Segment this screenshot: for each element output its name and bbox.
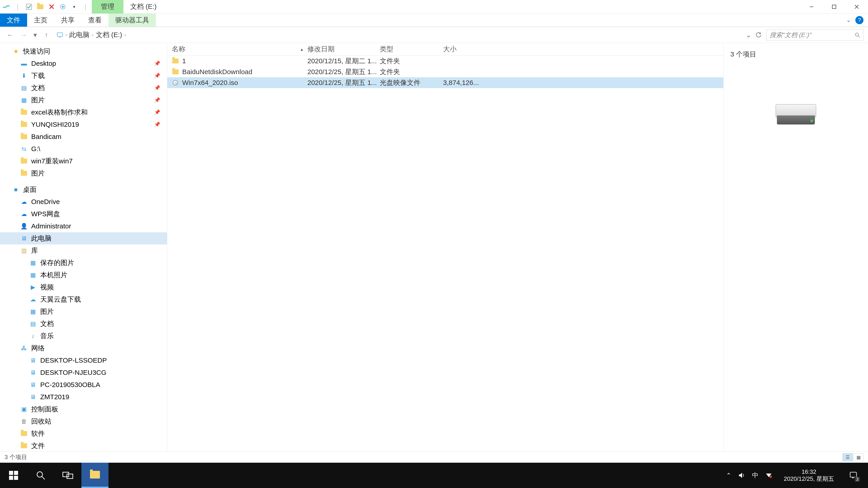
sidebar-pinned-item[interactable]: YUNQISHI2019📌 bbox=[0, 119, 167, 131]
qat-dropdown-icon[interactable]: ▾ bbox=[70, 2, 79, 11]
qat-delete-icon[interactable]: ✕ bbox=[47, 2, 56, 11]
task-view-button[interactable] bbox=[54, 463, 81, 488]
folder-icon bbox=[172, 68, 179, 75]
sidebar-label: win7重装win7 bbox=[31, 157, 72, 166]
taskbar-explorer-button[interactable] bbox=[81, 463, 108, 488]
file-row-folder[interactable]: 1 2020/12/15, 星期二 1... 文件夹 bbox=[167, 56, 723, 66]
sidebar-item[interactable]: ▤文档 bbox=[0, 318, 167, 330]
breadcrumb-this-pc[interactable]: 此电脑 bbox=[69, 30, 90, 39]
sidebar-item-this-pc[interactable]: 🖥此电脑 bbox=[0, 232, 167, 245]
sidebar-pinned-item[interactable]: ⬇下载📌 bbox=[0, 70, 167, 82]
sidebar-desktop-group[interactable]: ■桌面 bbox=[0, 184, 167, 196]
sidebar-item[interactable]: 🖥PC-20190530OBLA bbox=[0, 379, 167, 391]
column-size[interactable]: 大小 bbox=[443, 44, 479, 54]
tray-overflow-icon[interactable]: ⌃ bbox=[726, 472, 731, 479]
sidebar-pinned-item[interactable]: ▤文档📌 bbox=[0, 82, 167, 94]
sidebar-pinned-item[interactable]: ⇆G:\ bbox=[0, 143, 167, 155]
file-type: 文件夹 bbox=[380, 57, 443, 66]
file-date: 2020/12/15, 星期二 1... bbox=[307, 57, 380, 66]
sidebar-pinned-item[interactable]: win7重装win7 bbox=[0, 155, 167, 167]
sidebar-item[interactable]: ▦图片 bbox=[0, 305, 167, 318]
sidebar-item[interactable]: 🖥DESKTOP-NJEU3CG bbox=[0, 366, 167, 379]
search-button[interactable] bbox=[27, 463, 54, 488]
search-icon[interactable] bbox=[855, 32, 860, 38]
sidebar-item[interactable]: ☁OneDrive bbox=[0, 196, 167, 208]
sidebar-pinned-item[interactable]: Bandicam bbox=[0, 131, 167, 143]
tab-file[interactable]: 文件 bbox=[0, 13, 27, 27]
ribbon-collapse-icon[interactable]: ⌄ bbox=[846, 17, 851, 23]
column-headers: 名称▴ 修改日期 类型 大小 bbox=[167, 43, 723, 56]
navigation-pane[interactable]: ★ 快速访问 ▬Desktop📌 ⬇下载📌 ▤文档📌 ▦图片📌 excel表格制… bbox=[0, 43, 167, 451]
file-row-folder[interactable]: BaiduNetdiskDownload 2020/12/25, 星期五 1..… bbox=[167, 66, 723, 77]
action-center-button[interactable]: 3 bbox=[845, 467, 861, 483]
sidebar-item[interactable]: 软件 bbox=[0, 427, 167, 440]
sidebar-item[interactable]: ▶视频 bbox=[0, 281, 167, 293]
search-box[interactable] bbox=[766, 29, 864, 41]
tab-home[interactable]: 主页 bbox=[27, 13, 54, 27]
sidebar-item[interactable]: ▦保存的图片 bbox=[0, 257, 167, 269]
pin-icon: 📌 bbox=[154, 109, 160, 115]
onedrive-icon: ☁ bbox=[20, 198, 28, 205]
qat-folder-icon[interactable] bbox=[36, 2, 45, 11]
sidebar-item[interactable]: 🖥ZMT2019 bbox=[0, 391, 167, 403]
tab-share[interactable]: 共享 bbox=[54, 13, 81, 27]
icons-view-button[interactable]: ▦ bbox=[854, 453, 864, 461]
sidebar-item[interactable]: 🖧网络 bbox=[0, 342, 167, 354]
address-bar[interactable]: › 此电脑 › 文档 (E:) › bbox=[54, 29, 741, 41]
sidebar-item[interactable]: 文件 bbox=[0, 440, 167, 451]
breadcrumb-sep-icon[interactable]: › bbox=[92, 32, 93, 38]
sidebar-pinned-item[interactable]: excel表格制作求和📌 bbox=[0, 106, 167, 119]
search-input[interactable] bbox=[770, 31, 855, 39]
address-dropdown-icon[interactable]: ⌄ bbox=[746, 31, 751, 39]
details-view-button[interactable]: ☰ bbox=[843, 453, 852, 461]
sidebar-label: 软件 bbox=[31, 429, 45, 438]
title-bar: | ✕ ▾ | 管理 文档 (E:) bbox=[0, 0, 868, 13]
sidebar-label: 音乐 bbox=[40, 331, 54, 341]
folder-icon bbox=[20, 121, 28, 128]
sidebar-quick-access[interactable]: ★ 快速访问 bbox=[0, 45, 167, 57]
start-button[interactable] bbox=[0, 463, 27, 488]
sidebar-item[interactable]: 👤Administrator bbox=[0, 220, 167, 232]
tab-drive-tools[interactable]: 驱动器工具 bbox=[108, 13, 156, 27]
breadcrumb-sep-icon[interactable]: › bbox=[124, 32, 126, 38]
nav-history-dropdown[interactable]: ▾ bbox=[32, 31, 38, 39]
sidebar-item[interactable]: ▣控制面板 bbox=[0, 403, 167, 415]
close-button[interactable] bbox=[845, 0, 868, 13]
downloads-icon: ⬇ bbox=[20, 72, 28, 79]
sidebar-pinned-item[interactable]: 图片 bbox=[0, 167, 167, 180]
sidebar-pinned-item[interactable]: ▦图片📌 bbox=[0, 94, 167, 106]
file-row-iso[interactable]: Win7x64_2020.iso 2020/12/25, 星期五 1... 光盘… bbox=[167, 77, 723, 88]
column-type[interactable]: 类型 bbox=[380, 44, 443, 54]
nav-back-button[interactable]: ← bbox=[4, 29, 16, 41]
tab-view[interactable]: 查看 bbox=[81, 13, 108, 27]
column-date[interactable]: 修改日期 bbox=[307, 44, 380, 54]
sidebar-item[interactable]: ▥库 bbox=[0, 245, 167, 257]
sidebar-item[interactable]: ♪音乐 bbox=[0, 330, 167, 342]
sidebar-label: 下载 bbox=[31, 71, 45, 80]
sidebar-item[interactable]: 🖥DESKTOP-LSSOEDP bbox=[0, 354, 167, 366]
sidebar-label: 文件 bbox=[31, 441, 45, 451]
volume-icon[interactable] bbox=[738, 472, 745, 479]
sidebar-item[interactable]: ☁天翼云盘下载 bbox=[0, 293, 167, 305]
ime-indicator[interactable]: 中 bbox=[752, 471, 758, 480]
file-name: 1 bbox=[182, 57, 186, 65]
breadcrumb-drive[interactable]: 文档 (E:) bbox=[96, 30, 122, 39]
qat-checkbox-icon[interactable] bbox=[24, 2, 33, 11]
refresh-icon[interactable] bbox=[756, 32, 762, 38]
nav-up-button[interactable]: ↑ bbox=[41, 29, 52, 41]
sidebar-item[interactable]: ☁WPS网盘 bbox=[0, 208, 167, 220]
help-icon[interactable]: ? bbox=[855, 16, 864, 24]
sidebar-item[interactable]: 🗑回收站 bbox=[0, 415, 167, 427]
taskbar-clock[interactable]: 16:32 2020/12/25, 星期五 bbox=[779, 468, 839, 482]
sidebar-pinned-item[interactable]: ▬Desktop📌 bbox=[0, 57, 167, 70]
qat-settings-icon[interactable] bbox=[58, 2, 67, 11]
nav-forward-button[interactable]: → bbox=[18, 29, 29, 41]
tray-app-icon[interactable] bbox=[765, 472, 772, 479]
pictures-icon: ▦ bbox=[20, 96, 28, 104]
breadcrumb-sep-icon[interactable]: › bbox=[65, 32, 67, 38]
minimize-button[interactable] bbox=[800, 0, 823, 13]
sidebar-item[interactable]: ▦本机照片 bbox=[0, 269, 167, 281]
maximize-button[interactable] bbox=[823, 0, 845, 13]
column-name[interactable]: 名称▴ bbox=[172, 44, 307, 54]
app-icon bbox=[2, 2, 11, 11]
